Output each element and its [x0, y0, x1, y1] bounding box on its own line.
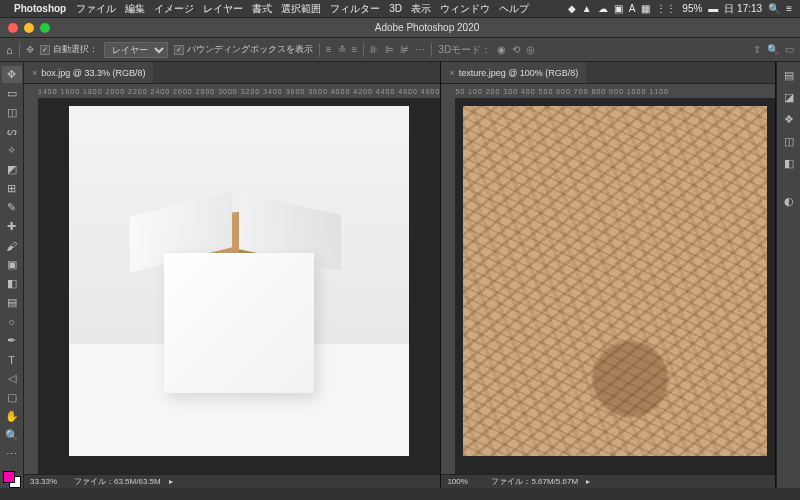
menu-window[interactable]: ウィンドウ	[440, 2, 490, 16]
wifi-icon[interactable]: ⋮⋮	[656, 3, 676, 14]
tab-bar: × box.jpg @ 33.3% (RGB/8)	[24, 62, 440, 84]
tool-lasso[interactable]: ᔕ	[2, 123, 22, 140]
tool-eyedropper[interactable]: ✎	[2, 199, 22, 216]
ruler-vertical[interactable]	[24, 98, 38, 474]
panel-properties-icon[interactable]: ◧	[780, 154, 798, 172]
box-image	[69, 106, 409, 456]
fg-color[interactable]	[3, 471, 15, 483]
tab-texture[interactable]: × texture.jpeg @ 100% (RGB/8)	[441, 62, 586, 83]
dist2-icon[interactable]: ⊫	[385, 44, 394, 55]
3d-icon3[interactable]: ◎	[526, 44, 535, 55]
show-bbox-checkbox[interactable]: ✓バウンディングボックスを表示	[174, 43, 313, 56]
calendar-icon[interactable]: ▦	[641, 3, 650, 14]
menu-filter[interactable]: フィルター	[330, 2, 380, 16]
maximize-button[interactable]	[40, 23, 50, 33]
panel-adjustments-icon[interactable]: ◐	[780, 192, 798, 210]
chevron-right-icon[interactable]: ▸	[586, 477, 590, 486]
cloud-icon[interactable]: ▲	[582, 3, 592, 14]
doc-status-bar: 33.33% ファイル：63.5M/63.5M ▸	[24, 474, 440, 488]
tool-pen[interactable]: ✒	[2, 332, 22, 349]
dist3-icon[interactable]: ⊯	[400, 44, 409, 55]
panel-brush-icon[interactable]: ▤	[780, 66, 798, 84]
close-tab-icon[interactable]: ×	[32, 68, 37, 78]
square-icon[interactable]: ▣	[614, 3, 623, 14]
menu-select[interactable]: 選択範囲	[281, 2, 321, 16]
tool-brush[interactable]: 🖌	[2, 237, 22, 254]
tool-magic-wand[interactable]: ✧	[2, 142, 22, 159]
tool-eraser[interactable]: ◧	[2, 275, 22, 292]
panel-layers-icon[interactable]: ❖	[780, 110, 798, 128]
tab-bar: × texture.jpeg @ 100% (RGB/8)	[441, 62, 775, 84]
menu-view[interactable]: 表示	[411, 2, 431, 16]
ruler-horizontal[interactable]: 50 100 200 300 400 500 600 700 800 900 1…	[441, 84, 775, 98]
status-icon[interactable]: ◆	[568, 3, 576, 14]
file-info: ファイル：63.5M/63.5M	[74, 476, 161, 487]
tool-shape[interactable]: ▢	[2, 389, 22, 406]
ruler-horizontal[interactable]: 1400 1600 1800 2000 2200 2400 2600 2800 …	[24, 84, 440, 98]
tool-frame[interactable]: ⊞	[2, 180, 22, 197]
doc-status-bar: 100% ファイル：5.67M/5.67M ▸	[441, 474, 775, 488]
tool-healing[interactable]: ✚	[2, 218, 22, 235]
toolbox: ✥ ▭ ◫ ᔕ ✧ ◩ ⊞ ✎ ✚ 🖌 ▣ ◧ ▤ ○ ✒ T ◁ ▢ ✋ 🔍 …	[0, 62, 24, 488]
tool-hand[interactable]: ✋	[2, 408, 22, 425]
canvas-texture[interactable]	[455, 98, 775, 474]
canvas-box[interactable]	[38, 98, 440, 474]
tool-crop[interactable]: ◩	[2, 161, 22, 178]
cloud2-icon[interactable]: ☁	[598, 3, 608, 14]
siri-icon[interactable]: ≡	[786, 3, 792, 14]
tool-dodge[interactable]: ○	[2, 313, 22, 330]
home-icon[interactable]: ⌂	[6, 44, 13, 56]
tool-artboard[interactable]: ▭	[2, 85, 22, 102]
zoom-value[interactable]: 33.33%	[30, 477, 66, 486]
clock[interactable]: 日 17:13	[724, 2, 762, 16]
tool-more[interactable]: ⋯	[2, 446, 22, 463]
close-button[interactable]	[8, 23, 18, 33]
3d-icon2[interactable]: ⟲	[512, 44, 520, 55]
dist1-icon[interactable]: ⊪	[370, 44, 379, 55]
share-icon[interactable]: ⇪	[753, 44, 761, 55]
ruler-vertical[interactable]	[441, 98, 455, 474]
align2-icon[interactable]: ≛	[338, 44, 346, 55]
menu-layer[interactable]: レイヤー	[203, 2, 243, 16]
tool-clone[interactable]: ▣	[2, 256, 22, 273]
menu-3d[interactable]: 3D	[389, 3, 402, 14]
menu-file[interactable]: ファイル	[76, 2, 116, 16]
tool-path-select[interactable]: ◁	[2, 370, 22, 387]
minimize-button[interactable]	[24, 23, 34, 33]
search2-icon[interactable]: 🔍	[767, 44, 779, 55]
a-icon[interactable]: A	[629, 3, 636, 14]
menu-edit[interactable]: 編集	[125, 2, 145, 16]
battery-icon[interactable]: 95%	[682, 3, 702, 14]
panel-history-icon[interactable]: ◫	[780, 132, 798, 150]
tool-marquee[interactable]: ◫	[2, 104, 22, 121]
chevron-right-icon[interactable]: ▸	[169, 477, 173, 486]
tool-move[interactable]: ✥	[2, 66, 22, 83]
search-icon[interactable]: 🔍	[768, 3, 780, 14]
menu-type[interactable]: 書式	[252, 2, 272, 16]
document-box: × box.jpg @ 33.3% (RGB/8) 1400 1600 1800…	[24, 62, 441, 488]
tool-gradient[interactable]: ▤	[2, 294, 22, 311]
color-swatch[interactable]	[3, 471, 21, 488]
align-icon[interactable]: ≡	[326, 44, 332, 55]
menubar-appname[interactable]: Photoshop	[14, 3, 66, 14]
documents-area: × box.jpg @ 33.3% (RGB/8) 1400 1600 1800…	[24, 62, 776, 488]
move-tool-icon: ✥	[26, 44, 34, 55]
main-workspace: ✥ ▭ ◫ ᔕ ✧ ◩ ⊞ ✎ ✚ 🖌 ▣ ◧ ▤ ○ ✒ T ◁ ▢ ✋ 🔍 …	[0, 62, 800, 488]
menu-help[interactable]: ヘルプ	[499, 2, 529, 16]
zoom-value[interactable]: 100%	[447, 477, 483, 486]
more-align-icon[interactable]: ⋯	[415, 44, 425, 55]
tool-type[interactable]: T	[2, 351, 22, 368]
3d-icon1[interactable]: ◉	[497, 44, 506, 55]
menu-image[interactable]: イメージ	[154, 2, 194, 16]
close-tab-icon[interactable]: ×	[449, 68, 454, 78]
auto-select-checkbox[interactable]: ✓自動選択：	[40, 43, 98, 56]
tab-box[interactable]: × box.jpg @ 33.3% (RGB/8)	[24, 62, 153, 83]
align3-icon[interactable]: ≡	[352, 44, 358, 55]
tab-label: box.jpg @ 33.3% (RGB/8)	[41, 68, 145, 78]
panel-swatch-icon[interactable]: ◪	[780, 88, 798, 106]
auto-select-target[interactable]: レイヤー	[104, 42, 168, 58]
tool-zoom[interactable]: 🔍	[2, 427, 22, 444]
auto-select-label: 自動選択：	[53, 43, 98, 56]
texture-image	[463, 106, 767, 456]
workspace-icon[interactable]: ▭	[785, 44, 794, 55]
